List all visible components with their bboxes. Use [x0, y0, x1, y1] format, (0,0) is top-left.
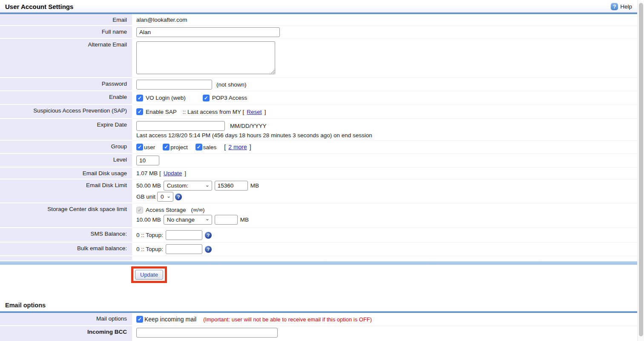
gb-unit-label: GB unit — [136, 194, 155, 200]
full-name-input[interactable] — [136, 27, 280, 37]
group-more-prefix: [ — [224, 144, 226, 150]
row-disk-limit: Email Disk Limit 50.00 MB Custom: ⌄ MB G… — [0, 179, 637, 203]
sms-balance-value: 0 :: Topup: — [136, 232, 163, 238]
keep-incoming-mail-label: Keep incoming mail — [144, 316, 196, 323]
storage-limit-label: Storage Center disk space limit — [0, 203, 132, 228]
chevron-down-icon: ⌄ — [205, 182, 210, 188]
bulk-balance-value: 0 :: Topup: — [136, 246, 163, 252]
chevron-down-icon: ⌄ — [167, 194, 171, 199]
help-button[interactable]: ? Help — [611, 3, 632, 10]
expire-date-label: Expire Date — [0, 119, 132, 141]
section-divider-bar — [0, 261, 637, 265]
expire-date-format: MM/DD/YYYY — [230, 123, 267, 129]
help-icon: ? — [611, 3, 618, 10]
level-input[interactable] — [136, 156, 159, 165]
full-name-label: Full name — [0, 26, 132, 39]
sap-label: Suspicious Access Prevention (SAP) — [0, 105, 132, 119]
password-input[interactable] — [136, 80, 212, 90]
enable-sap-checkbox[interactable]: ✓ — [136, 108, 143, 115]
group-sales-checkbox[interactable]: ✓ — [196, 144, 202, 150]
scrollbar-thumb[interactable] — [639, 3, 643, 336]
row-group: Group ✓ user ✓ project ✓ sales [ 2 more … — [0, 141, 637, 154]
storage-current: 10.00 MB — [136, 217, 161, 223]
page-title: User Account Settings — [5, 3, 73, 10]
page-header: User Account Settings ? Help — [0, 0, 637, 12]
row-disk-usage: Email Disk usage 1.07 MB [ Update ] — [0, 168, 637, 179]
checkmark-icon: ✓ — [164, 144, 168, 150]
disk-limit-unit: MB — [250, 182, 259, 189]
email-label: Email — [0, 14, 132, 26]
storage-custom-input[interactable] — [215, 215, 238, 225]
page-content: User Account Settings ? Help Email alan@… — [0, 0, 637, 341]
scrollbar[interactable] — [637, 0, 644, 341]
level-label: Level — [0, 154, 132, 168]
chevron-down-icon: ⌄ — [205, 216, 210, 221]
email-value: alan@lookafter.com — [136, 17, 187, 23]
storage-unit: MB — [240, 217, 249, 223]
checkmark-icon: ✓ — [138, 95, 142, 101]
enable-sap-label: Enable SAP — [146, 109, 177, 115]
group-more-suffix: ] — [250, 144, 251, 150]
disk-usage-update-link[interactable]: Update — [164, 170, 182, 176]
group-more-link[interactable]: 2 more — [228, 144, 247, 150]
disk-usage-value: 1.07 MB [ — [136, 170, 161, 176]
group-user-checkbox[interactable]: ✓ — [136, 144, 143, 150]
gb-unit-value: 0 — [161, 194, 164, 200]
group-project-label: project — [170, 144, 188, 150]
row-sap: Suspicious Access Prevention (SAP) ✓ Ena… — [0, 105, 637, 119]
disk-limit-current: 50.00 MB — [136, 182, 161, 189]
alternate-email-textarea[interactable] — [136, 41, 275, 74]
row-bulk-balance: Bulk email balance: 0 :: Topup: ? — [0, 243, 637, 256]
row-incoming-bcc: Incoming BCC — [0, 326, 637, 341]
group-sales-label: sales — [203, 144, 217, 150]
access-storage-checkbox: ✓ — [136, 207, 143, 214]
checkmark-icon: ✓ — [197, 144, 201, 150]
disk-limit-mode-select[interactable]: Custom: ⌄ — [164, 181, 212, 191]
row-filler — [0, 256, 637, 261]
password-note: (not shown) — [216, 81, 247, 88]
sms-topup-input[interactable] — [166, 230, 202, 240]
row-email: Email alan@lookafter.com — [0, 14, 637, 26]
row-mail-options: Mail options ✓ Keep incoming mail (Impor… — [0, 313, 637, 326]
row-password: Password (not shown) — [0, 78, 637, 91]
incoming-bcc-input[interactable] — [136, 328, 278, 338]
row-alternate-email: Alternate Email — [0, 39, 637, 78]
checkmark-icon: ✓ — [204, 95, 208, 101]
enable-label: Enable — [0, 91, 132, 105]
disk-usage-label: Email Disk usage — [0, 168, 132, 179]
storage-quota: (∞/∞) — [191, 207, 205, 213]
row-storage-limit: Storage Center disk space limit ✓ Access… — [0, 203, 637, 228]
row-full-name: Full name — [0, 26, 637, 39]
disk-limit-label: Email Disk Limit — [0, 179, 132, 203]
gb-unit-select[interactable]: 0 ⌄ — [157, 192, 173, 202]
row-level: Level — [0, 154, 637, 168]
checkmark-icon: ✓ — [138, 144, 142, 150]
storage-mode-select[interactable]: No change ⌄ — [164, 215, 212, 225]
checkmark-icon: ✓ — [138, 208, 142, 213]
sap-status-suffix: ] — [264, 109, 266, 115]
disk-limit-custom-input[interactable] — [215, 181, 248, 191]
sap-reset-link[interactable]: Reset — [247, 109, 262, 115]
disk-limit-mode-value: Custom: — [167, 182, 188, 189]
bulk-topup-input[interactable] — [166, 244, 202, 254]
highlight-box: Update — [131, 266, 167, 283]
mail-options-warning: (Important: user will not be able to rec… — [203, 316, 372, 323]
sms-balance-label: SMS Balance: — [0, 228, 132, 243]
update-button[interactable]: Update — [135, 270, 163, 280]
password-label: Password — [0, 78, 132, 91]
alternate-email-label: Alternate Email — [0, 39, 132, 78]
incoming-bcc-label: Incoming BCC — [0, 326, 132, 341]
sap-status-text: :: Last access from MY [ — [183, 109, 244, 115]
gb-unit-help-icon[interactable]: ? — [175, 194, 182, 200]
pop3-access-label: POP3 Access — [212, 95, 247, 101]
group-label: Group — [0, 141, 132, 154]
keep-incoming-mail-checkbox[interactable]: ✓ — [136, 316, 143, 323]
group-project-checkbox[interactable]: ✓ — [163, 144, 170, 150]
bulk-help-icon[interactable]: ? — [205, 246, 212, 253]
vo-login-label: VO Login (web) — [146, 95, 186, 101]
checkmark-icon: ✓ — [138, 317, 142, 322]
vo-login-checkbox[interactable]: ✓ — [136, 95, 143, 101]
pop3-access-checkbox[interactable]: ✓ — [203, 95, 210, 101]
sms-help-icon[interactable]: ? — [205, 232, 212, 239]
expire-date-input[interactable] — [136, 121, 225, 131]
